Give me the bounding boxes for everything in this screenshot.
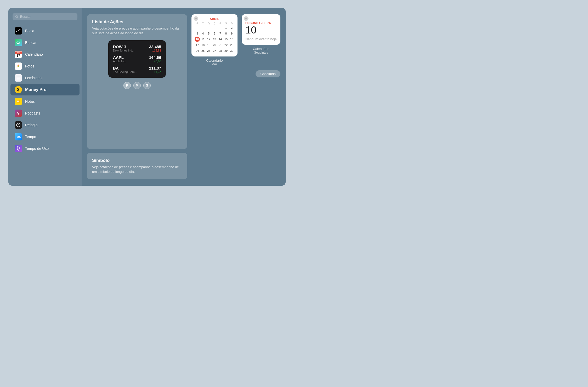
sidebar-item-bolsa[interactable]: Bolsa xyxy=(10,25,80,37)
sidebar-label-lembretes: Lembretes xyxy=(25,76,42,80)
widget-simbolo-title: Símbolo xyxy=(92,158,182,163)
cal-month-widget-label: Calendário Mês xyxy=(206,59,223,66)
podcasts-icon xyxy=(15,110,22,117)
sidebar-label-tempodeuso: Tempo de Uso xyxy=(25,146,49,151)
stock-row-ba: BA The Boeing Com... 211,37 +1,37 xyxy=(113,66,161,73)
stock-widget: DOW J Dow Jones Ind... 33.485 -115,81 AA… xyxy=(108,40,166,78)
sidebar-label-relogio: Relógio xyxy=(25,123,37,127)
calendar-next-widget: − SEGUNDA-FEIRA 10 Nenhum evento hoje xyxy=(242,14,280,45)
concluido-button[interactable]: Concluído xyxy=(256,70,280,77)
cal-item-next: − SEGUNDA-FEIRA 10 Nenhum evento hoje Ca… xyxy=(242,14,280,66)
sidebar-label-moneypro: Money Pro xyxy=(25,87,47,92)
svg-rect-18 xyxy=(17,146,19,150)
sidebar-item-podcasts[interactable]: Podcasts xyxy=(10,107,80,119)
sidebar-label-notas: Notas xyxy=(25,99,35,104)
widget-lista-acoes: Lista de Ações Veja cotações de preços e… xyxy=(87,14,187,149)
cal-grid: S T Q Q S S D xyxy=(195,22,234,53)
widget-lista-title: Lista de Ações xyxy=(92,19,182,25)
stock-price-aapl: 164,66 xyxy=(149,55,161,60)
cal-grid-days: 1 2 3 4 5 6 7 8 9 10 xyxy=(195,25,234,53)
widget-simbolo-desc: Veja cotações de preços e acompanhe o de… xyxy=(92,165,182,174)
stock-symbol-dowj: DOW J xyxy=(113,44,134,49)
sidebar-label-bolsa: Bolsa xyxy=(25,29,34,33)
relogio-icon xyxy=(15,121,22,129)
widget-simbolo: Símbolo Veja cotações de preços e acompa… xyxy=(87,153,187,179)
fotos-icon xyxy=(15,62,22,70)
lembretes-icon xyxy=(15,74,22,82)
calendario-icon: JAN 17 xyxy=(15,51,22,58)
stock-change-aapl: +0,90 xyxy=(149,60,161,63)
cal-container: − ABRIL S T Q Q S S D xyxy=(191,14,280,66)
no-event-text: Nenhum evento hoje xyxy=(245,37,277,41)
stock-fullname-dowj: Dow Jones Ind... xyxy=(113,49,134,52)
stock-change-ba: +1,37 xyxy=(149,70,161,73)
notas-icon xyxy=(15,98,22,105)
moneypro-icon: $ xyxy=(15,86,22,93)
concluido-row: Concluído xyxy=(191,70,280,77)
stock-change-dowj: -115,81 xyxy=(149,49,161,52)
buscar-icon xyxy=(15,39,22,46)
minus-btn-next[interactable]: − xyxy=(244,16,248,21)
dot-g[interactable]: G xyxy=(143,82,151,89)
search-input[interactable] xyxy=(20,15,75,19)
sidebar-item-tempodeuso[interactable]: Tempo de Uso xyxy=(10,143,80,154)
main-content: Lista de Ações Veja cotações de preços e… xyxy=(82,8,286,186)
search-icon xyxy=(15,15,19,19)
sidebar-item-relogio[interactable]: Relógio xyxy=(10,119,80,131)
sidebar-item-buscar[interactable]: Buscar xyxy=(10,37,80,48)
dot-p[interactable]: P xyxy=(123,82,131,89)
widget-lista-desc: Veja cotações de preços e acompanhe o de… xyxy=(92,26,182,36)
minus-btn-month[interactable]: − xyxy=(194,16,198,21)
right-panel: − ABRIL S T Q Q S S D xyxy=(191,14,280,179)
stock-symbol-aapl: AAPL xyxy=(113,55,126,60)
widget-dots: P M G xyxy=(92,82,182,89)
sidebar-item-notas[interactable]: Notas xyxy=(10,96,80,107)
sidebar-item-calendario[interactable]: JAN 17 Calendário xyxy=(10,49,80,60)
cal-month-label: ABRIL xyxy=(195,17,234,20)
sidebar-label-fotos: Fotos xyxy=(25,64,34,68)
cal-item-month: − ABRIL S T Q Q S S D xyxy=(191,14,238,66)
tempo-icon xyxy=(15,133,22,140)
sidebar-item-tempo[interactable]: Tempo xyxy=(10,131,80,143)
cal-grid-header: S T Q Q S S D xyxy=(195,22,234,25)
svg-line-3 xyxy=(19,43,20,44)
sidebar-label-calendario: Calendário xyxy=(25,52,43,56)
svg-point-5 xyxy=(18,66,19,67)
next-day-number: 10 xyxy=(245,25,277,35)
search-bar[interactable] xyxy=(13,13,77,20)
tempodeuso-icon xyxy=(15,145,22,152)
stock-price-ba: 211,37 xyxy=(149,66,161,70)
app-window: Bolsa Buscar JAN 17 Calendário xyxy=(8,8,286,186)
cal-next-widget-label: Calendário Seguintes xyxy=(253,47,269,54)
stock-symbol-ba: BA xyxy=(113,66,137,70)
svg-line-1 xyxy=(17,17,18,18)
sidebar-label-buscar: Buscar xyxy=(25,41,37,45)
sidebar-list: Bolsa Buscar JAN 17 Calendário xyxy=(8,25,82,180)
sidebar-label-podcasts: Podcasts xyxy=(25,111,40,115)
stock-row-aapl: AAPL Apple Inc. 164,66 +0,90 xyxy=(113,55,161,63)
sidebar-item-lembretes[interactable]: Lembretes xyxy=(10,72,80,84)
calendar-month-widget: − ABRIL S T Q Q S S D xyxy=(191,14,238,56)
sidebar-item-fotos[interactable]: Fotos xyxy=(10,60,80,72)
stock-row-dowj: DOW J Dow Jones Ind... 33.485 -115,81 xyxy=(113,44,161,52)
svg-point-13 xyxy=(18,112,19,113)
sidebar-item-moneypro[interactable]: $ Money Pro xyxy=(10,84,80,95)
stock-fullname-aapl: Apple Inc. xyxy=(113,60,126,63)
dot-m[interactable]: M xyxy=(133,82,141,89)
stock-fullname-ba: The Boeing Com... xyxy=(113,70,137,73)
stock-price-dowj: 33.485 xyxy=(149,44,161,49)
sidebar: Bolsa Buscar JAN 17 Calendário xyxy=(8,8,82,186)
bolsa-icon xyxy=(15,27,22,35)
next-day-label: SEGUNDA-FEIRA xyxy=(245,21,277,25)
sidebar-label-tempo: Tempo xyxy=(25,135,36,139)
